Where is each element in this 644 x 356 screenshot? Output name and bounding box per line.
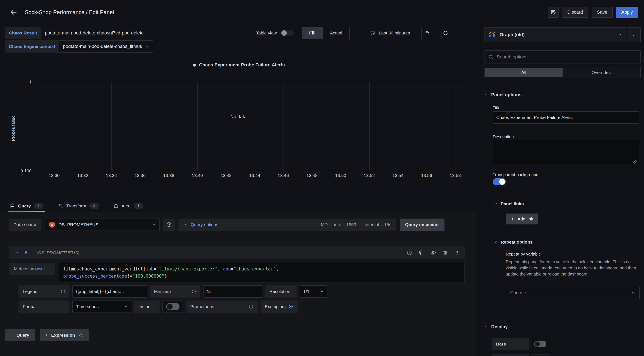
variable-value-dropdown[interactable]: podtato-main-pod-delete-chaos_litmus — [59, 40, 153, 52]
chart-title-text: Chaos Experiment Probe Failure Alerts — [199, 62, 285, 68]
query-options-toggle[interactable]: Query options MD = auto = 1853 Interval … — [178, 218, 396, 231]
panel-title-input[interactable] — [493, 111, 639, 124]
chart-panel: Chaos Experiment Probe Failure Alerts 1 … — [4, 59, 473, 187]
tab-count-badge: 0 — [89, 202, 99, 209]
gridline — [283, 82, 284, 171]
data-source-picker[interactable]: DS_PROMETHEUS — [45, 218, 160, 231]
apply-button[interactable]: Apply — [616, 7, 638, 18]
textarea-resize-handle[interactable] — [633, 160, 637, 164]
save-button[interactable]: Save — [592, 7, 613, 18]
drag-handle-icon[interactable] — [454, 250, 459, 255]
refresh-button[interactable] — [439, 27, 452, 39]
description-field-label: Description — [493, 135, 514, 139]
x-tick-label: 13:46 — [278, 173, 289, 178]
variable-value-text: podtato-main-pod-delete-chaosnl7vd-pod-d… — [45, 30, 144, 36]
panel-description-textarea[interactable] — [493, 140, 639, 165]
page-title: Sock-Shop Performance / Edit Panel — [25, 9, 114, 15]
query-options-row-2: Format Time series Instant Prometheus — [18, 301, 465, 313]
data-source-help-button[interactable] — [163, 218, 175, 231]
bars-toggle[interactable] — [534, 341, 546, 347]
chevron-down-icon — [484, 93, 488, 97]
actual-option[interactable]: Actual — [323, 27, 349, 39]
x-tick-label: 13:54 — [392, 173, 404, 178]
tab-overrides[interactable]: Overrides — [562, 68, 640, 77]
format-value: Time series — [76, 304, 99, 309]
table-view-control: Table view — [252, 27, 298, 39]
options-search-input[interactable] — [496, 54, 637, 60]
tab-alert[interactable]: Alert 1 — [112, 200, 144, 212]
option-toggle-box — [530, 354, 550, 356]
visualization-name: Graph (old) — [500, 32, 614, 37]
variable-value-dropdown[interactable]: podtato-main-pod-delete-chaosnl7vd-pod-d… — [41, 27, 155, 39]
add-link-button[interactable]: Add link — [506, 213, 538, 224]
transparent-bg-toggle[interactable] — [493, 178, 506, 185]
repeat-select-placeholder: Choose — [510, 290, 526, 296]
panel-options-header[interactable]: Panel options — [484, 92, 522, 98]
metrics-browser-button[interactable]: Metrics browser — [9, 263, 55, 275]
section-title: Panel links — [501, 201, 524, 206]
bell-icon — [113, 203, 119, 209]
plus-icon — [510, 217, 514, 221]
section-title: Display — [491, 324, 508, 330]
tab-query[interactable]: Query 1 — [8, 200, 45, 212]
bars-label: Bars — [492, 338, 529, 350]
repeat-options-header[interactable]: Repeat options — [494, 240, 533, 245]
resolution-select[interactable]: 1/1 — [300, 285, 327, 298]
disable-query-button[interactable] — [430, 250, 436, 256]
back-button[interactable] — [8, 7, 19, 18]
editor-tabbar: Query 1 Transform 0 Alert 1 — [8, 200, 144, 212]
no-data-message: No data — [4, 114, 473, 119]
query-row-a: A (DS_PROMETHEUS) Metrics browser — [9, 246, 465, 313]
y-tick-label: 0.100 — [4, 168, 32, 173]
instant-toggle[interactable] — [166, 303, 180, 310]
exemplars-icon[interactable] — [288, 304, 294, 309]
x-tick-label: 13:48 — [306, 173, 318, 178]
tab-transform[interactable]: Transform 0 — [56, 200, 100, 212]
collapse-pane-button[interactable] — [627, 27, 641, 42]
plot-area[interactable] — [34, 82, 470, 171]
duplicate-query-button[interactable] — [418, 250, 424, 256]
table-view-toggle[interactable] — [280, 30, 294, 36]
variable-chaos-engine-context: Chaos Engine context podtato-main-pod-de… — [5, 40, 155, 52]
repeat-variable-select[interactable]: Choose — [506, 287, 640, 299]
legend-format-input[interactable] — [72, 285, 147, 298]
add-query-button[interactable]: + Query — [5, 329, 35, 341]
transparent-bg-label: Transparent background — [493, 172, 538, 177]
tab-all[interactable]: All — [485, 68, 562, 77]
display-header[interactable]: Display — [484, 324, 508, 330]
add-expression-button[interactable]: + Expression — [40, 329, 89, 341]
query-row-header[interactable]: A (DS_PROMETHEUS) — [9, 246, 465, 259]
fill-option[interactable]: Fill — [302, 27, 323, 39]
chevron-down-icon — [147, 31, 151, 35]
query-inspector-button[interactable]: Query inspector — [400, 218, 444, 231]
header-actions: Discard Save Apply — [548, 7, 638, 18]
x-tick-label: 13:36 — [134, 173, 146, 178]
format-select[interactable]: Time series — [72, 301, 131, 313]
discard-button[interactable]: Discard — [562, 7, 588, 18]
database-icon — [10, 203, 15, 209]
panel-links-header[interactable]: Panel links — [494, 201, 524, 206]
delete-query-button[interactable] — [442, 250, 448, 256]
tab-label: Query — [18, 203, 31, 208]
gridline — [83, 82, 83, 171]
section-guide-line — [498, 249, 498, 304]
table-view-label: Table view — [256, 30, 277, 35]
help-button[interactable] — [406, 250, 412, 256]
panel-settings-button[interactable] — [548, 7, 558, 18]
visualization-select[interactable]: Graph (old) — [484, 27, 626, 42]
time-range-picker[interactable]: Last 30 minutes — [366, 27, 421, 39]
query-options-row-1: Legend Min step Resolution 1/1 — [18, 285, 465, 298]
panel-toolbar: Table view Fill Actual Last 30 minutes — [252, 27, 452, 39]
options-pane: Graph (old) All Overrides Pa — [481, 21, 644, 356]
chevron-down-icon — [494, 240, 497, 244]
x-tick-label: 13:44 — [249, 173, 260, 178]
grafana-edit-panel: Sock-Shop Performance / Edit Panel — [0, 0, 644, 356]
toggle-knob — [535, 342, 540, 347]
x-tick-label: 13:42 — [220, 173, 232, 178]
min-step-input[interactable] — [203, 285, 262, 298]
info-circle-icon — [249, 304, 254, 309]
promql-editor[interactable]: litmuschaos_experiment_verdict{job="litm… — [59, 263, 465, 282]
section-title: Repeat options — [501, 240, 533, 245]
zoom-out-button[interactable] — [421, 27, 433, 39]
options-search[interactable] — [484, 50, 641, 63]
